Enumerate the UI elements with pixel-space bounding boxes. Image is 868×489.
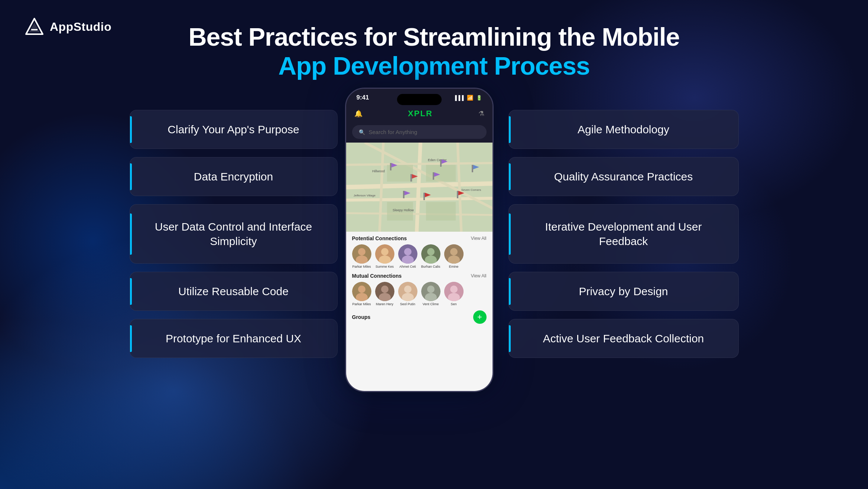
phone-mockup: 9:41 ▐▐▐ 📶 🔋 🔔 XPLR ⚗ 🔍 Search f	[345, 88, 501, 392]
svg-rect-13	[426, 165, 456, 182]
card-clarify: Clarify Your App's Purpose	[130, 110, 338, 149]
card-privacy: Privacy by Design	[508, 272, 739, 311]
svg-point-41	[381, 248, 389, 255]
phone-body-content: Potential Connections View All Parkar Mi…	[346, 232, 492, 392]
avatar-item: Parkar Miles	[352, 282, 371, 306]
avatar-item: Summe Kes	[375, 244, 394, 268]
avatar-item: Burhan Calis	[421, 244, 440, 268]
avatar-item: Seol Putin	[398, 282, 417, 306]
header-title-line2: App Development Process	[188, 51, 679, 80]
phone-time: 9:41	[357, 94, 369, 101]
main-layout: Clarify Your App's Purpose Data Encrypti…	[0, 95, 868, 392]
search-placeholder: Search for Anything	[369, 129, 417, 135]
right-column: Agile Methodology Quality Assurance Prac…	[508, 95, 739, 358]
avatar-item: Sen	[444, 282, 464, 306]
groups-section: Groups +	[346, 308, 492, 329]
svg-rect-25	[472, 165, 473, 172]
avatar-circle	[398, 282, 417, 301]
avatar-circle	[398, 244, 417, 264]
avatar-name: Parkar Miles	[352, 302, 371, 306]
search-icon: 🔍	[359, 129, 365, 135]
card-reusable: Utilize Reusable Code	[130, 272, 338, 311]
dynamic-island	[397, 94, 442, 105]
svg-point-44	[404, 248, 412, 255]
card-agile: Agile Methodology	[508, 110, 739, 149]
filter-icon: ⚗	[478, 110, 484, 118]
svg-rect-31	[403, 191, 404, 198]
potential-avatars-row: Parkar Miles Summe Kes	[352, 244, 487, 268]
svg-point-38	[358, 248, 365, 255]
card-reusable-text: Utilize Reusable Code	[178, 285, 289, 297]
avatar-name: Emine	[449, 265, 459, 268]
card-data-encryption-text: Data Encryption	[194, 170, 273, 183]
card-data-encryption: Data Encryption	[130, 157, 338, 196]
map-svg: Hillwood Eden Center Seven Corners Jeffe…	[346, 143, 492, 232]
wifi-icon: 📶	[467, 95, 473, 101]
svg-point-65	[450, 286, 458, 293]
card-user-data: User Data Control and Interface Simplici…	[130, 204, 338, 264]
card-prototype-text: Prototype for Enhanced UX	[166, 332, 301, 345]
card-active-feedback-text: Active User Feedback Collection	[543, 332, 704, 345]
avatar-name: Seol Putin	[400, 302, 415, 306]
avatar-name: Vent Clime	[423, 302, 439, 306]
page-header: Best Practices for Streamlining the Mobi…	[188, 0, 679, 80]
card-user-data-text: User Data Control and Interface Simplici…	[155, 221, 312, 247]
avatar-circle	[352, 244, 371, 264]
svg-text:Jefferson Village: Jefferson Village	[354, 194, 376, 197]
view-all-potential[interactable]: View All	[471, 236, 487, 241]
phone-app-header: 🔔 XPLR ⚗	[346, 104, 492, 123]
appstudio-logo-icon	[24, 17, 45, 37]
phone-body: 9:41 ▐▐▐ 📶 🔋 🔔 XPLR ⚗ 🔍 Search f	[345, 88, 494, 392]
svg-rect-35	[457, 191, 458, 198]
avatar-circle	[421, 244, 440, 264]
logo: AppStudio	[24, 17, 111, 37]
phone-search-bar[interactable]: 🔍 Search for Anything	[352, 125, 487, 139]
avatar-item: Ahmet Ceti	[398, 244, 417, 268]
card-agile-text: Agile Methodology	[578, 123, 669, 136]
avatar-circle	[444, 282, 464, 301]
bell-icon: 🔔	[354, 110, 363, 118]
header-title-line1: Best Practices for Streamlining the Mobi…	[188, 22, 679, 51]
phone-map: Hillwood Eden Center Seven Corners Jeffe…	[346, 143, 492, 232]
svg-point-56	[381, 286, 389, 293]
card-quality: Quality Assurance Practices	[508, 157, 739, 196]
avatar-name: Burhan Calis	[421, 265, 440, 268]
left-column: Clarify Your App's Purpose Data Encrypti…	[130, 95, 338, 358]
avatar-name: Ahmet Ceti	[399, 265, 416, 268]
svg-text:Hillwood: Hillwood	[372, 169, 385, 173]
avatar-circle	[444, 244, 464, 264]
svg-rect-15	[426, 202, 456, 221]
svg-rect-23	[440, 159, 442, 167]
svg-point-59	[404, 286, 412, 293]
avatar-item: Vent Clime	[421, 282, 440, 306]
battery-icon: 🔋	[476, 95, 482, 101]
avatar-circle	[375, 244, 394, 264]
avatar-name: Sen	[451, 302, 456, 306]
svg-point-50	[450, 248, 458, 255]
signal-icon: ▐▐▐	[453, 95, 464, 101]
svg-point-47	[427, 248, 435, 255]
logo-text: AppStudio	[50, 20, 111, 34]
phone-status-icons: ▐▐▐ 📶 🔋	[453, 95, 482, 101]
view-all-mutual[interactable]: View All	[471, 273, 487, 278]
avatar-circle	[352, 282, 371, 301]
svg-text:Seven Corners: Seven Corners	[461, 188, 481, 192]
svg-rect-27	[410, 174, 412, 182]
mutual-connections-section: Mutual Connections View All Parkar Miles	[346, 271, 492, 308]
fab-add-button[interactable]: +	[473, 310, 487, 324]
svg-rect-33	[423, 193, 425, 200]
app-title: XPLR	[408, 109, 433, 118]
mutual-connections-title: Mutual Connections	[352, 273, 402, 279]
avatar-name: Parkar Miles	[352, 265, 371, 268]
avatar-circle	[375, 282, 394, 301]
avatar-item: Maren Hery	[375, 282, 394, 306]
card-quality-text: Quality Assurance Practices	[554, 170, 693, 183]
avatar-item: Emine	[444, 244, 464, 268]
groups-title: Groups	[352, 314, 371, 320]
card-iterative-text: Iterative Development and User Feedback	[545, 221, 702, 247]
card-prototype: Prototype for Enhanced UX	[130, 319, 338, 358]
avatar-name: Maren Hery	[376, 302, 393, 306]
mutual-avatars-row: Parkar Miles Maren Hery	[352, 282, 487, 306]
svg-rect-29	[433, 172, 434, 180]
avatar-item: Parkar Miles	[352, 244, 371, 268]
